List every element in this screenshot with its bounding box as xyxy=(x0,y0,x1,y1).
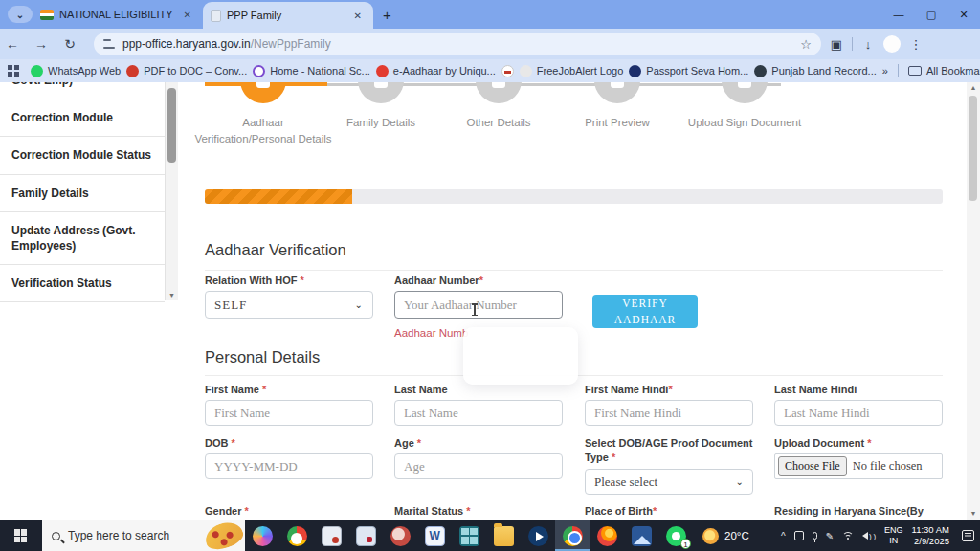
profile-avatar[interactable] xyxy=(883,35,901,53)
nsdl-icon xyxy=(501,65,514,77)
virtual-desktop-icon[interactable] xyxy=(794,531,804,540)
bookmark-whatsapp[interactable]: WhatsApp Web xyxy=(31,65,121,77)
tab-search-button[interactable]: ⌄ xyxy=(8,6,33,23)
taskbar-snip-tool[interactable] xyxy=(314,520,348,551)
taskbar-chrome-active[interactable] xyxy=(555,520,590,551)
taskbar-window-app[interactable] xyxy=(348,520,383,551)
page-url: ppp-office.haryana.gov.in/NewPppFamily xyxy=(122,37,331,51)
taskbar-paint[interactable] xyxy=(383,520,417,551)
bookmark-eaadhaar[interactable]: e-Aadhaar by Uniqu... xyxy=(376,65,496,77)
bookmark-star-icon[interactable]: ☆ xyxy=(800,37,812,52)
aadhaar-number-input[interactable] xyxy=(394,291,563,319)
bookmark-punjab-land[interactable]: Punjab Land Record... xyxy=(754,65,876,77)
page-scrollbar-thumb[interactable] xyxy=(969,96,977,201)
taskbar-calculator[interactable] xyxy=(452,520,486,551)
browser-tab-2-active[interactable]: PPP Family ✕ xyxy=(203,2,373,29)
sidebar-item-family-details[interactable]: Family Details xyxy=(0,175,165,212)
bookmark-passport-seva[interactable]: Passport Seva Hom... xyxy=(629,65,748,77)
sidebar-item-correction-module-status[interactable]: Correction Module Status xyxy=(0,137,165,174)
scroll-down-icon[interactable]: ▼ xyxy=(166,292,178,298)
window-app-icon xyxy=(356,526,376,546)
photos-icon xyxy=(632,526,652,546)
residing-haryana-label: Residing in Haryana Since(By xyxy=(774,504,966,518)
menu-kebab-icon[interactable]: ⋮ xyxy=(904,37,927,52)
scroll-up-icon[interactable]: ▲ xyxy=(967,84,980,91)
hidden-icons-chevron[interactable]: ^ xyxy=(781,531,786,541)
choose-file-button[interactable]: Choose File xyxy=(778,456,847,476)
dob-input[interactable] xyxy=(205,453,373,479)
age-input[interactable] xyxy=(394,453,563,479)
page-scrollbar[interactable]: ▲ ▼ xyxy=(967,82,980,520)
taskbar-file-explorer[interactable] xyxy=(486,520,521,551)
browser-tab-strip: ⌄ NATIONAL ELIGIBILITY CUM EN ✕ PPP Fami… xyxy=(0,0,980,29)
sidebar-item-update-address[interactable]: Update Address (Govt. Employees) xyxy=(0,212,165,265)
last-name-hindi-input[interactable] xyxy=(774,400,943,426)
page-content: Govt. Emp) Correction Module Correction … xyxy=(0,82,980,520)
taskbar-firefox[interactable] xyxy=(590,520,624,551)
taskbar-whatsapp[interactable]: 1 xyxy=(658,520,693,551)
close-button[interactable]: ✕ xyxy=(947,9,980,21)
taskbar-word[interactable] xyxy=(417,520,452,551)
start-button[interactable] xyxy=(0,520,42,551)
tab-close-icon[interactable]: ✕ xyxy=(180,8,195,22)
snipping-tool-icon xyxy=(322,526,342,546)
scroll-down-icon[interactable]: ▼ xyxy=(967,510,980,517)
relation-with-hof-select[interactable]: SELF ⌄ xyxy=(205,291,373,319)
first-name-input[interactable] xyxy=(205,400,373,426)
folder-icon xyxy=(908,66,922,76)
bookmark-freejobalert[interactable]: FreeJobAlert Logo xyxy=(520,65,624,77)
step-upload-sign-document[interactable]: Upload Sign Document xyxy=(663,82,826,131)
taskbar-photos[interactable] xyxy=(624,520,658,551)
file-explorer-icon xyxy=(494,526,514,546)
forward-button[interactable]: → xyxy=(29,36,54,52)
taskbar-weather[interactable]: 20°C xyxy=(693,528,759,544)
apps-grid-icon[interactable] xyxy=(8,65,19,77)
new-tab-button[interactable]: + xyxy=(383,7,391,23)
bookmark-label: Passport Seva Hom... xyxy=(646,65,748,77)
action-center-icon[interactable] xyxy=(962,530,974,541)
taskbar-media-player[interactable] xyxy=(521,520,555,551)
last-name-label: Last Name xyxy=(394,383,571,397)
doc-type-selected-value: Please select xyxy=(594,474,657,490)
browser-tab-1[interactable]: NATIONAL ELIGIBILITY CUM EN ✕ xyxy=(33,1,203,28)
volume-icon[interactable]: ) ) xyxy=(862,532,876,540)
taskbar-chrome-pinned[interactable] xyxy=(279,520,314,551)
language-indicator[interactable]: ENG IN xyxy=(884,525,903,546)
last-name-input[interactable] xyxy=(394,400,563,426)
step-label: Upload Sign Document xyxy=(663,115,826,131)
sidebar-item-verification-status[interactable]: Verification Status xyxy=(0,265,165,302)
sidebar-scrollbar[interactable]: ▼ xyxy=(165,82,178,300)
taskbar-copilot[interactable] xyxy=(245,520,279,551)
reload-button[interactable]: ↻ xyxy=(57,36,82,52)
maximize-button[interactable]: ▢ xyxy=(915,9,947,21)
window-controls: — ▢ ✕ xyxy=(882,0,980,29)
bookmark-nsdl[interactable] xyxy=(501,65,514,77)
taskbar-search[interactable]: Type here to search xyxy=(42,520,245,551)
sidebar-item-govt-emp[interactable]: Govt. Emp) xyxy=(0,82,165,99)
sidebar-scrollbar-thumb[interactable] xyxy=(167,88,176,163)
pen-icon[interactable]: ✎ xyxy=(826,531,834,541)
tab-close-icon[interactable]: ✕ xyxy=(350,9,366,23)
language-line1: ENG xyxy=(884,525,903,536)
verify-aadhaar-button[interactable]: VERIFY AADHAAR xyxy=(592,295,698,328)
copilot-icon xyxy=(253,526,273,546)
back-button[interactable]: ← xyxy=(0,36,25,52)
tab-title: NATIONAL ELIGIBILITY CUM EN xyxy=(59,9,174,20)
extensions-icon[interactable]: ▣ xyxy=(825,37,848,52)
site-settings-icon[interactable] xyxy=(103,39,115,49)
minimize-button[interactable]: — xyxy=(882,9,915,20)
sidebar-item-correction-module[interactable]: Correction Module xyxy=(0,99,165,137)
downloads-icon[interactable]: ↓ xyxy=(857,37,880,52)
bookmark-national-scholarship[interactable]: Home - National Sc... xyxy=(253,65,370,77)
address-bar[interactable]: ppp-office.haryana.gov.in/NewPppFamily ☆ xyxy=(94,33,821,55)
microphone-icon[interactable] xyxy=(813,532,817,540)
form-main: Aadhaar Verification/Personal Details Fa… xyxy=(205,82,944,520)
doc-type-select[interactable]: Please select ⌄ xyxy=(585,469,753,495)
taskbar-clock[interactable]: 11:30 AM 2/9/2025 xyxy=(912,524,949,547)
news-weather-pizza-icon[interactable] xyxy=(202,518,246,551)
bookmark-pdf-to-doc[interactable]: PDF to DOC – Conv... xyxy=(126,65,247,77)
bookmarks-overflow-chevron[interactable]: » xyxy=(882,65,888,77)
all-bookmarks-button[interactable]: All Bookmarks xyxy=(908,65,980,77)
wifi-icon[interactable] xyxy=(842,532,854,540)
first-name-hindi-input[interactable] xyxy=(585,400,753,426)
